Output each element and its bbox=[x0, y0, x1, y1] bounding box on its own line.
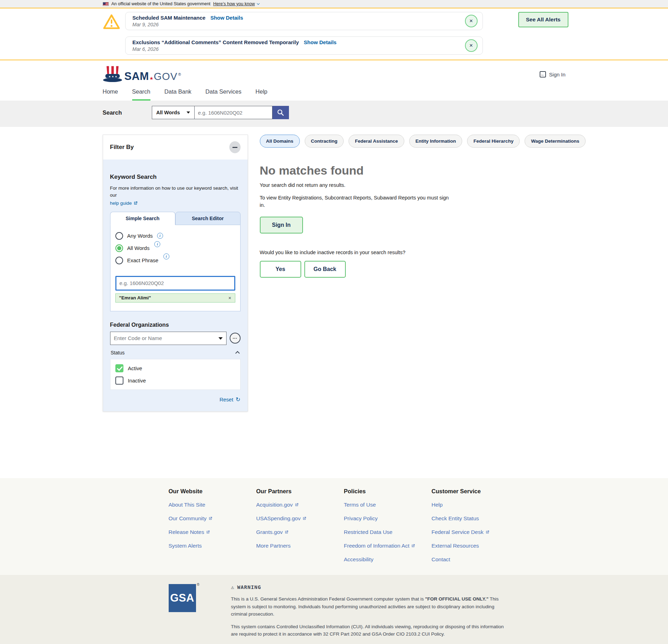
remove-tag-icon[interactable]: × bbox=[228, 295, 231, 301]
primary-nav: Home Search Data Bank Data Services Help bbox=[0, 85, 668, 101]
info-icon[interactable]: i bbox=[157, 233, 163, 239]
nav-item-help[interactable]: Help bbox=[256, 88, 268, 101]
nav-item-data-bank[interactable]: Data Bank bbox=[164, 88, 191, 101]
search-label: Search bbox=[103, 109, 122, 116]
brand-gov-text: GOV bbox=[154, 71, 177, 82]
tab-search-editor[interactable]: Search Editor bbox=[175, 212, 241, 225]
radio-all-words[interactable] bbox=[115, 244, 123, 252]
footer-link-contact[interactable]: Contact bbox=[432, 556, 450, 563]
no-matches-title: No matches found bbox=[260, 164, 586, 177]
footer-column-our-partners: Our Partners Acquisition.gov USASpending… bbox=[256, 488, 344, 570]
filter-by-title: Filter By bbox=[110, 144, 134, 151]
alert-banner: Scheduled SAM Maintenance Show Details M… bbox=[125, 12, 483, 30]
close-icon: × bbox=[470, 42, 473, 49]
radio-exact-phrase[interactable] bbox=[115, 257, 123, 264]
global-search-bar: Search All Words bbox=[0, 101, 668, 127]
footer-link-grants-gov[interactable]: Grants.gov bbox=[256, 529, 289, 535]
close-alert-button[interactable]: × bbox=[465, 15, 478, 27]
warning-paragraph-1: This is a U.S. General Services Administ… bbox=[231, 595, 508, 618]
show-details-link[interactable]: Show Details bbox=[304, 39, 336, 45]
footer-column-our-website: Our Website About This Site Our Communit… bbox=[169, 488, 256, 570]
samgov-logo[interactable]: ★ ★ ★ SAM ★ GOV ® bbox=[103, 66, 181, 83]
brand-star-icon: ★ bbox=[149, 76, 154, 81]
domain-tab-all-domains[interactable]: All Domains bbox=[260, 135, 300, 148]
go-back-button[interactable]: Go Back bbox=[304, 261, 346, 278]
keyword-info-text: For more information on how to use our k… bbox=[110, 185, 241, 199]
info-icon[interactable]: i bbox=[154, 241, 160, 247]
gov-banner: An official website of the United States… bbox=[0, 0, 668, 8]
alert-date: Mar 6, 2026 bbox=[133, 46, 337, 52]
sign-in-button[interactable]: Sign In bbox=[260, 217, 303, 233]
results-column: All Domains Contracting Federal Assistan… bbox=[260, 135, 586, 278]
reset-filters-link[interactable]: Reset ↻ bbox=[220, 396, 241, 403]
footer-column-heading: Our Partners bbox=[256, 488, 344, 495]
checkbox-label-active: Active bbox=[128, 365, 142, 371]
footer-link-usaspending-gov[interactable]: USASpending.gov bbox=[256, 515, 307, 522]
org-hierarchy-button[interactable]: ··· bbox=[230, 333, 241, 344]
footer-column-policies: Policies Terms of Use Privacy Policy Res… bbox=[344, 488, 432, 570]
footer-link-external-resources[interactable]: External Resources bbox=[432, 543, 479, 549]
warning-title: WARNING bbox=[237, 584, 261, 590]
footer-link-check-entity-status[interactable]: Check Entity Status bbox=[432, 515, 479, 522]
footer-link-terms-of-use[interactable]: Terms of Use bbox=[344, 502, 376, 508]
radio-label-all-words: All Words bbox=[127, 245, 150, 251]
registered-mark: ® bbox=[178, 72, 181, 76]
nav-item-home[interactable]: Home bbox=[103, 88, 118, 101]
search-submit-button[interactable] bbox=[272, 106, 289, 119]
footer-column-customer-service: Customer Service Help Check Entity Statu… bbox=[432, 488, 519, 570]
help-guide-link[interactable]: help guide bbox=[110, 201, 138, 206]
search-mode-select[interactable]: All Words bbox=[152, 106, 195, 119]
federal-org-input[interactable] bbox=[110, 332, 227, 345]
domain-tab-entity-information[interactable]: Entity Information bbox=[409, 135, 463, 148]
nav-item-search[interactable]: Search bbox=[132, 88, 150, 101]
footer-link-foia[interactable]: Freedom of Information Act bbox=[344, 543, 416, 549]
see-all-alerts-button[interactable]: See All Alerts bbox=[518, 12, 568, 27]
footer-link-about-this-site[interactable]: About This Site bbox=[169, 502, 205, 508]
nav-item-data-services[interactable]: Data Services bbox=[205, 88, 242, 101]
footer-link-acquisition-gov[interactable]: Acquisition.gov bbox=[256, 502, 299, 508]
footer-link-release-notes[interactable]: Release Notes bbox=[169, 529, 210, 535]
checkbox-active[interactable] bbox=[115, 364, 123, 372]
external-link-icon bbox=[485, 530, 490, 534]
main-content: Filter By Keyword Search For more inform… bbox=[0, 127, 668, 478]
domain-tab-federal-assistance[interactable]: Federal Assistance bbox=[349, 135, 404, 148]
chevron-up-icon[interactable] bbox=[235, 351, 240, 355]
footer-link-restricted-data-use[interactable]: Restricted Data Use bbox=[344, 529, 393, 535]
footer-link-accessibility[interactable]: Accessibility bbox=[344, 556, 373, 563]
footer-link-help[interactable]: Help bbox=[432, 502, 443, 508]
alert-banner: Exclusions “Additional Comments” Content… bbox=[125, 36, 483, 55]
status-options: Active Inactive bbox=[110, 359, 241, 390]
how-you-know-link[interactable]: Here’s how you know bbox=[213, 1, 259, 6]
domain-tab-contracting[interactable]: Contracting bbox=[305, 135, 344, 148]
header-sign-in-link[interactable]: ← Sign In bbox=[540, 71, 566, 77]
search-icon bbox=[277, 109, 284, 116]
domain-tab-federal-hierarchy[interactable]: Federal Hierarchy bbox=[467, 135, 520, 148]
footer-link-system-alerts[interactable]: System Alerts bbox=[169, 543, 202, 549]
footer-column-heading: Customer Service bbox=[432, 488, 519, 495]
filter-panel: Filter By Keyword Search For more inform… bbox=[103, 135, 248, 412]
tab-simple-search[interactable]: Simple Search bbox=[110, 212, 175, 225]
show-details-link[interactable]: Show Details bbox=[210, 15, 243, 21]
checkbox-inactive[interactable] bbox=[115, 377, 123, 385]
alerts-section: Scheduled SAM Maintenance Show Details M… bbox=[0, 8, 668, 60]
footer-link-more-partners[interactable]: More Partners bbox=[256, 543, 291, 549]
brand-sam-text: SAM bbox=[124, 70, 149, 83]
login-arrow-icon: ← bbox=[540, 71, 546, 77]
svg-text:★: ★ bbox=[108, 75, 111, 78]
footer-link-federal-service-desk[interactable]: Federal Service Desk bbox=[432, 529, 490, 535]
keyword-tag: "Emran Alimi" × bbox=[115, 293, 235, 303]
yes-button[interactable]: Yes bbox=[260, 261, 301, 278]
warning-icon: ⚠ bbox=[231, 584, 235, 590]
warning-triangle-icon bbox=[103, 13, 120, 30]
footer-link-our-community[interactable]: Our Community bbox=[169, 515, 213, 522]
info-icon[interactable]: i bbox=[163, 253, 169, 259]
footer-link-privacy-policy[interactable]: Privacy Policy bbox=[344, 515, 378, 522]
domain-tab-wage-determinations[interactable]: Wage Determinations bbox=[525, 135, 586, 148]
keyword-search-input[interactable] bbox=[115, 276, 235, 291]
keyword-search-tabs: Simple Search Search Editor bbox=[110, 212, 241, 225]
close-alert-button[interactable]: × bbox=[465, 39, 478, 52]
global-search-input[interactable] bbox=[195, 106, 272, 119]
collapse-filters-button[interactable] bbox=[229, 141, 241, 153]
site-header: ★ ★ ★ SAM ★ GOV ® ← Sign In bbox=[0, 60, 668, 85]
radio-any-words[interactable] bbox=[115, 232, 123, 240]
